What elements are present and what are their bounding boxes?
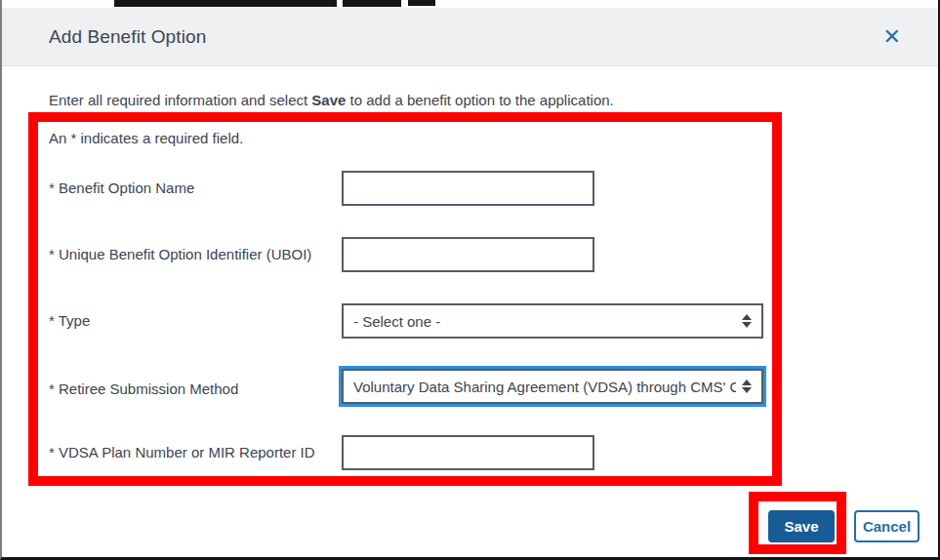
modal-title: Add Benefit Option — [49, 26, 206, 48]
retiree-submission-method-select[interactable]: Voluntary Data Sharing Agreement (VDSA) … — [342, 369, 763, 404]
instruction-pre: Enter all required information and selec… — [49, 92, 311, 108]
add-benefit-option-modal: Add Benefit Option ✕ Enter all required … — [0, 0, 940, 560]
type-label: * Type — [49, 303, 90, 339]
benefit-option-name-label: * Benefit Option Name — [49, 171, 194, 206]
required-note: An * indicates a required field. — [49, 130, 243, 146]
vdsa-plan-number-input[interactable] — [342, 435, 594, 470]
clipped-background-text — [408, 0, 435, 6]
modal-header: Add Benefit Option ✕ — [2, 8, 938, 66]
uboi-label: * Unique Benefit Option Identifier (UBOI… — [49, 237, 311, 272]
retiree-submission-method-value: Voluntary Data Sharing Agreement (VDSA) … — [353, 379, 736, 395]
save-button[interactable]: Save — [768, 510, 835, 542]
close-icon[interactable]: ✕ — [883, 26, 901, 48]
select-arrows-icon — [742, 380, 752, 393]
instruction-text: Enter all required information and selec… — [49, 92, 614, 108]
type-select-value: - Select one - — [353, 313, 736, 330]
clipped-background-text — [343, 0, 401, 7]
retiree-submission-method-label: * Retiree Submission Method — [49, 372, 238, 407]
annotation-box-form — [28, 112, 782, 486]
cancel-button[interactable]: Cancel — [854, 510, 920, 542]
instruction-save-word: Save — [311, 92, 346, 108]
clipped-background-text — [114, 0, 337, 7]
type-select[interactable]: - Select one - — [342, 303, 763, 339]
benefit-option-name-input[interactable] — [342, 171, 594, 206]
vdsa-plan-number-label: * VDSA Plan Number or MIR Reporter ID — [49, 435, 315, 470]
retiree-submission-method-focus-ring: Voluntary Data Sharing Agreement (VDSA) … — [339, 366, 766, 407]
select-arrows-icon — [742, 314, 752, 328]
instruction-post: to add a benefit option to the applicati… — [346, 92, 613, 108]
uboi-input[interactable] — [342, 237, 594, 272]
